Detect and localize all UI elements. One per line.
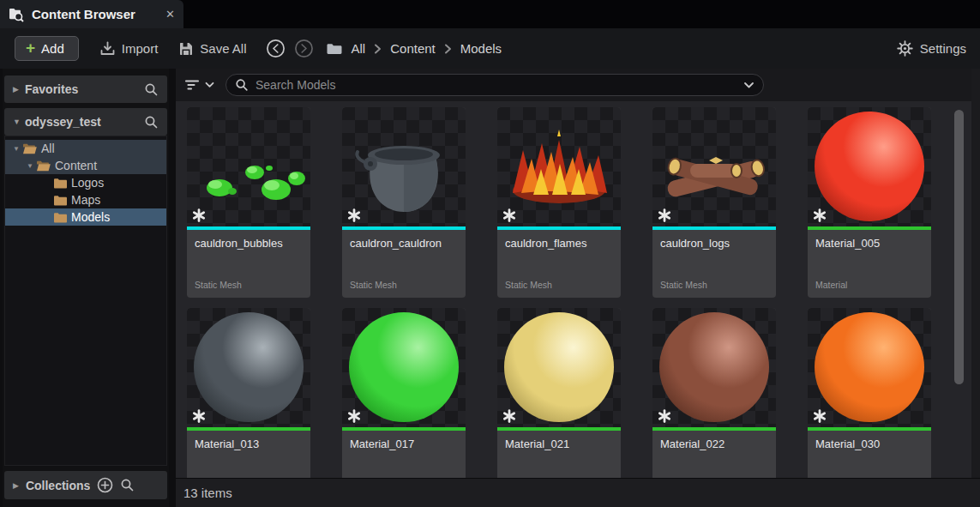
tab-bar: Content Browser ✕ <box>0 0 980 28</box>
filter-icon <box>183 77 201 93</box>
unsaved-asterisk-icon <box>191 408 207 424</box>
add-button[interactable]: + Add <box>15 36 79 61</box>
folder-icon <box>53 177 68 190</box>
asset-name: cauldron_bubbles <box>195 237 303 250</box>
gear-icon <box>897 40 913 57</box>
asset-name: Material_022 <box>660 438 768 450</box>
forward-button[interactable] <box>294 39 314 58</box>
breadcrumb-item-content[interactable]: Content <box>390 41 436 56</box>
material-sphere <box>815 112 924 221</box>
tree-item-maps[interactable]: Maps <box>5 191 166 208</box>
asset-type: Static Mesh <box>505 280 552 290</box>
breadcrumb: All Content Models <box>326 41 502 57</box>
add-collection-icon[interactable] <box>97 477 113 493</box>
project-header[interactable]: ▼ odyssey_test <box>4 108 167 136</box>
open-folder-icon <box>36 160 51 172</box>
content-browser-icon <box>9 7 25 22</box>
chevron-expanded-icon[interactable]: ▼ <box>13 118 25 126</box>
thumbnail-cauldron-logs <box>652 107 776 226</box>
tree-item-models[interactable]: Models <box>5 208 166 226</box>
asset-view: cauldron_bubbles Static Mesh <box>176 69 980 507</box>
asset-type: Static Mesh <box>660 280 707 290</box>
panel-right-edge <box>971 69 980 478</box>
folder-icon <box>326 41 343 57</box>
asset-tile[interactable]: cauldron_cauldron Static Mesh <box>342 107 466 298</box>
filter-button[interactable] <box>183 77 214 93</box>
unsaved-asterisk-icon <box>346 208 362 223</box>
chevron-right-icon <box>374 44 382 54</box>
asset-name: Material_005 <box>815 237 923 250</box>
thumbnail-material-sphere <box>808 308 931 427</box>
search-icon[interactable] <box>120 478 135 492</box>
asset-tile[interactable]: cauldron_logs Static Mesh <box>652 107 776 298</box>
tab-content-browser[interactable]: Content Browser ✕ <box>0 0 183 28</box>
thumbnail-cauldron-flames <box>497 107 621 226</box>
folder-icon <box>53 194 68 207</box>
chevron-collapsed-icon[interactable]: ▶ <box>13 85 25 94</box>
collections-label: Collections <box>26 479 90 492</box>
asset-tile[interactable]: Material_030 Material <box>808 308 931 498</box>
asset-tile[interactable]: cauldron_bubbles Static Mesh <box>187 107 310 298</box>
thumbnail-material-sphere <box>187 308 310 427</box>
search-icon[interactable] <box>144 82 159 97</box>
thumbnail-material-sphere <box>497 308 621 427</box>
unsaved-asterisk-icon <box>657 408 672 424</box>
tree-item-content[interactable]: ▼ Content <box>5 157 166 174</box>
open-folder-icon <box>22 142 38 155</box>
breadcrumb-item-models[interactable]: Models <box>460 41 502 56</box>
asset-tile[interactable]: Material_013 Material <box>187 308 310 498</box>
thumbnail-cauldron-cauldron <box>342 107 466 226</box>
back-button[interactable] <box>266 39 286 58</box>
asset-tile[interactable]: Material_017 Material <box>342 308 466 498</box>
asset-name: cauldron_cauldron <box>350 237 458 250</box>
status-bar: 13 items <box>176 478 980 507</box>
import-icon <box>99 40 116 57</box>
unsaved-asterisk-icon <box>346 408 362 424</box>
search-input[interactable] <box>256 78 743 92</box>
tab-close-icon[interactable]: ✕ <box>165 8 175 21</box>
favorites-label: Favorites <box>25 82 144 96</box>
toolbar: + Add Import Save All <box>0 28 980 69</box>
asset-tile[interactable]: Material_005 Material <box>808 107 931 298</box>
chevron-expanded-icon[interactable]: ▼ <box>10 145 22 153</box>
vertical-scrollbar[interactable] <box>954 110 964 384</box>
asset-grid: cauldron_bubbles Static Mesh <box>176 101 980 507</box>
search-box[interactable] <box>225 74 764 96</box>
save-all-button[interactable]: Save All <box>178 41 246 57</box>
tab-title: Content Browser <box>32 7 162 21</box>
settings-button[interactable]: Settings <box>897 40 966 57</box>
chevron-collapsed-icon[interactable]: ▶ <box>13 481 19 490</box>
chevron-expanded-icon[interactable]: ▼ <box>24 162 36 170</box>
asset-tile[interactable]: Material_021 Material <box>497 308 621 498</box>
sidebar: ▶ Favorites ▼ odyssey_test <box>3 69 169 507</box>
material-sphere <box>504 312 614 422</box>
collections-header[interactable]: ▶ Collections <box>4 471 167 499</box>
unsaved-asterisk-icon <box>657 208 672 223</box>
chevron-down-icon <box>205 81 214 88</box>
search-icon <box>235 78 249 92</box>
breadcrumb-item-all[interactable]: All <box>352 41 366 56</box>
body: ▶ Favorites ▼ odyssey_test <box>0 69 980 507</box>
asset-name: Material_021 <box>505 438 613 450</box>
material-sphere <box>815 312 924 422</box>
thumbnail-material-sphere <box>342 308 466 427</box>
folder-tree: ▼ All ▼ <box>4 136 167 466</box>
chevron-down-icon[interactable] <box>743 81 755 89</box>
filter-row <box>176 69 980 101</box>
plus-icon: + <box>26 39 35 56</box>
asset-name: Material_030 <box>815 438 923 450</box>
asset-tile[interactable]: cauldron_flames Static Mesh <box>497 107 621 298</box>
search-icon[interactable] <box>144 115 159 130</box>
asset-type: Static Mesh <box>195 280 242 290</box>
items-count: 13 items <box>183 486 232 500</box>
asset-tile[interactable]: Material_022 Material <box>652 308 776 498</box>
asset-name: cauldron_logs <box>660 237 768 250</box>
folder-icon <box>53 211 68 224</box>
tree-item-logos[interactable]: Logos <box>5 174 166 191</box>
favorites-header[interactable]: ▶ Favorites <box>4 75 167 103</box>
content-browser-window: Content Browser ✕ + Add Import <box>0 0 980 507</box>
unsaved-asterisk-icon <box>812 408 827 424</box>
asset-type: Material <box>815 280 847 290</box>
tree-item-all[interactable]: ▼ All <box>5 140 166 157</box>
import-button[interactable]: Import <box>99 40 159 57</box>
